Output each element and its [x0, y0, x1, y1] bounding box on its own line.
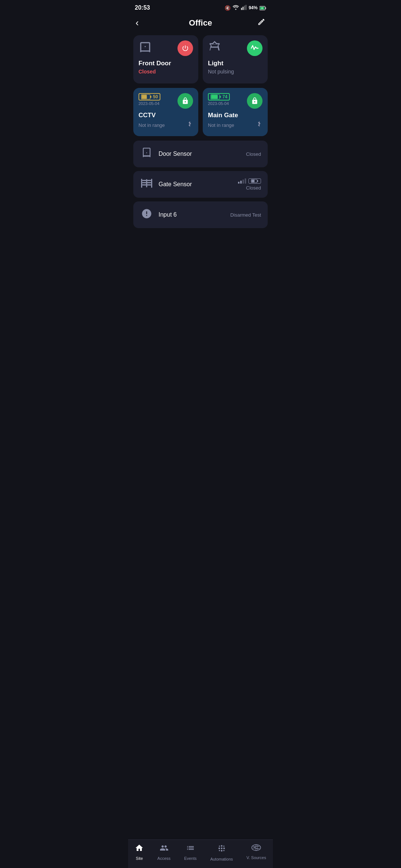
svg-rect-10 [142, 95, 147, 99]
cctv-date: 2023-05-04 [138, 101, 160, 106]
front-door-state: Closed [138, 69, 193, 75]
svg-rect-21 [147, 184, 151, 185]
cctv-battery-badge: 50 [138, 93, 160, 101]
svg-rect-18 [142, 184, 146, 185]
status-bar: 20:53 🔇 94% [128, 0, 273, 13]
page-title: Office [189, 18, 212, 28]
input6-name: Input 6 [159, 211, 177, 218]
gate-sensor-item[interactable]: Gate Sensor Closed [133, 171, 268, 198]
sensor-list: Door Sensor Closed Gate Sen [128, 141, 273, 228]
door-sensor-name: Door Sensor [159, 151, 192, 157]
main-gate-date: 2023-05-04 [208, 101, 230, 106]
cctv-bluetooth-icon [187, 121, 193, 129]
mute-icon: 🔇 [225, 5, 231, 11]
light-pulse-btn[interactable] [247, 40, 263, 56]
main-gate-lock-btn[interactable] [247, 93, 263, 109]
svg-rect-1 [241, 8, 242, 10]
front-door-name: Front Door [138, 60, 193, 67]
input6-icon [140, 208, 153, 222]
door-sensor-icon [140, 147, 153, 161]
main-gate-battery-info: 74 2023-05-04 [208, 93, 230, 109]
svg-rect-12 [220, 96, 221, 98]
battery-status: 94% [249, 5, 266, 10]
svg-rect-6 [265, 7, 266, 9]
svg-rect-13 [211, 95, 218, 99]
front-door-card[interactable]: Front Door Closed [133, 35, 198, 83]
gate-sensor-status: Closed [246, 185, 261, 191]
door-sensor-status: Closed [246, 151, 261, 157]
svg-rect-4 [245, 5, 247, 10]
light-name: Light [208, 60, 263, 67]
light-state: Not pulsing [208, 69, 263, 75]
gate-sensor-icon [140, 178, 153, 191]
cctv-card[interactable]: 50 2023-05-04 CCTV Not in range [133, 88, 198, 136]
cctv-state: Not in range [138, 122, 165, 128]
status-time: 20:53 [135, 4, 150, 11]
svg-rect-14 [141, 179, 142, 188]
back-button[interactable]: ‹ [136, 17, 149, 29]
light-alarm-icon [208, 40, 221, 57]
input6-status: Disarmed Test [230, 212, 261, 218]
front-door-power-btn[interactable] [177, 40, 193, 56]
front-door-icon [138, 40, 152, 57]
wifi-icon [232, 5, 239, 11]
main-gate-bluetooth-icon [257, 121, 263, 129]
cctv-battery-info: 50 2023-05-04 [138, 93, 160, 109]
signal-icon [241, 5, 247, 11]
door-sensor-item[interactable]: Door Sensor Closed [133, 141, 268, 167]
edit-button[interactable] [252, 18, 265, 28]
gate-sensor-name: Gate Sensor [159, 181, 192, 188]
svg-rect-15 [151, 179, 152, 188]
main-gate-battery-badge: 74 [208, 93, 230, 101]
svg-rect-22 [146, 179, 147, 187]
main-gate-name: Main Gate [208, 112, 263, 119]
card-grid: Front Door Closed Light Not pulsing [128, 35, 273, 141]
gate-sensor-signal [238, 178, 246, 184]
light-card[interactable]: Light Not pulsing [203, 35, 268, 83]
svg-rect-20 [147, 182, 151, 183]
svg-rect-2 [242, 7, 244, 10]
svg-rect-3 [244, 6, 245, 10]
svg-rect-17 [142, 182, 146, 183]
svg-point-0 [235, 9, 237, 10]
svg-rect-16 [142, 180, 146, 181]
svg-rect-9 [150, 96, 151, 98]
main-gate-card[interactable]: 74 2023-05-04 Main Gate Not in range [203, 88, 268, 136]
cctv-lock-btn[interactable] [177, 93, 193, 109]
cctv-name: CCTV [138, 112, 193, 119]
svg-rect-24 [257, 180, 258, 182]
status-icons: 🔇 94% [225, 5, 266, 11]
main-gate-state: Not in range [208, 122, 234, 128]
input6-item[interactable]: Input 6 Disarmed Test [133, 201, 268, 228]
svg-rect-19 [147, 180, 151, 181]
header: ‹ Office [128, 13, 273, 35]
svg-rect-25 [252, 180, 255, 182]
gate-sensor-status-row [238, 178, 261, 184]
